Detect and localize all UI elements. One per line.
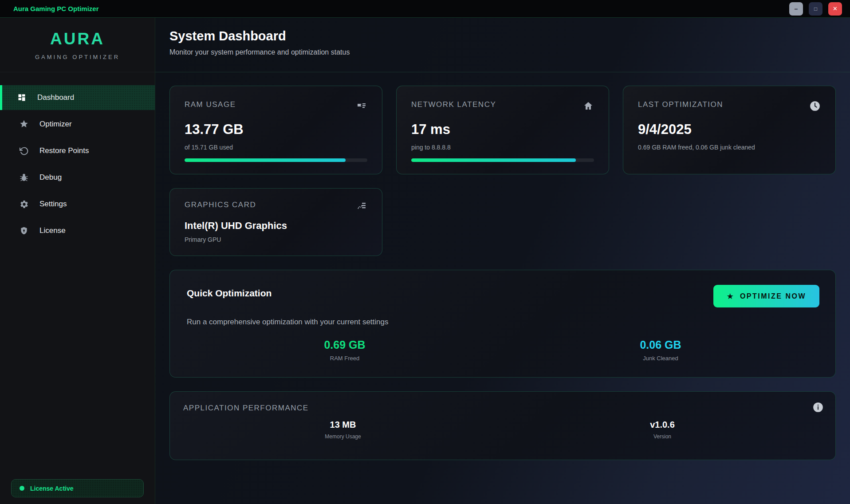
minimize-icon: – [795,6,798,12]
sidebar: AURA GAMING OPTIMIZER Dashboard [0,18,155,504]
card-title: NETWORK LATENCY [411,100,496,109]
memory-usage-value: 13 MB [183,420,503,430]
ram-freed-stat: 0.69 GB RAM Freed [187,339,503,362]
close-icon: ✕ [833,6,838,12]
version-label: Version [503,433,822,440]
graphics-card-subtitle: Primary GPU [185,236,367,243]
card-title: LAST OPTIMIZATION [638,100,723,109]
network-latency-card: NETWORK LATENCY 17 ms ping to 8.8.8.8 [396,86,609,174]
page-subtitle: Monitor your system performance and opti… [169,48,836,56]
dashboard-content: RAM USAGE 13.77 GB of 1 [155,72,850,504]
titlebar: Aura Gaming PC Optimizer – □ ✕ [0,0,850,18]
sidebar-item-label: Debug [39,173,62,182]
ram-progress-track [185,158,367,162]
maximize-button[interactable]: □ [809,2,822,16]
card-title: RAM USAGE [185,100,236,109]
license-status-badge: License Active [11,479,144,497]
version-stat: v1.0.6 Version [503,420,822,440]
minimize-button[interactable]: – [789,2,803,16]
optimize-now-label: OPTIMIZE NOW [740,292,806,300]
ram-freed-label: RAM Freed [187,355,503,362]
sidebar-item-settings[interactable]: Settings [0,192,155,217]
gear-icon [19,199,29,209]
page-title: System Dashboard [169,29,836,43]
home-icon [582,100,594,112]
ram-freed-value: 0.69 GB [187,339,503,351]
logo-block: AURA GAMING OPTIMIZER [0,18,155,72]
star-icon: ★ [727,291,734,301]
page-header: System Dashboard Monitor your system per… [155,18,850,72]
ram-usage-value: 13.77 GB [185,122,367,138]
memory-usage-label: Memory Usage [183,433,503,440]
quick-optimization-stats: 0.69 GB RAM Freed 0.06 GB Junk Cleaned [187,339,819,362]
junk-cleaned-value: 0.06 GB [503,339,819,351]
last-optimization-subtitle: 0.69 GB RAM freed, 0.06 GB junk cleaned [638,144,821,151]
gpu-card-row: GRAPHICS CARD Intel(R) UHD Graphics [169,188,836,256]
last-optimization-card: LAST OPTIMIZATION 9/4/2025 0.69 GB RAM f… [623,86,836,174]
memory-usage-stat: 13 MB Memory Usage [183,420,503,440]
sidebar-item-label: Restore Points [39,146,89,155]
performance-chart-icon [356,201,367,212]
shield-lock-icon [19,226,29,236]
sidebar-item-optimizer[interactable]: Optimizer [0,112,155,137]
license-active-dot [20,486,24,491]
sidebar-nav: Dashboard Optimizer [0,85,155,245]
dashboard-grid-icon [17,93,27,102]
memory-icon [356,100,367,112]
optimize-now-button[interactable]: ★ OPTIMIZE NOW [713,285,819,307]
card-title: GRAPHICS CARD [185,201,256,209]
sidebar-item-label: Optimizer [39,120,72,129]
quick-optimization-description: Run a comprehensive optimization with yo… [187,318,819,327]
stat-cards-row: RAM USAGE 13.77 GB of 1 [169,86,836,174]
ram-progress-fill [185,158,346,162]
network-progress-fill [411,158,576,162]
network-latency-value: 17 ms [411,122,594,138]
close-button[interactable]: ✕ [828,2,842,16]
sidebar-item-label: Settings [39,200,67,209]
last-optimization-value: 9/4/2025 [638,122,821,138]
quick-optimization-panel: Quick Optimization ★ OPTIMIZE NOW Run a … [169,270,836,378]
graphics-card-value: Intel(R) UHD Graphics [185,220,367,232]
star-icon [19,119,29,129]
ram-usage-card: RAM USAGE 13.77 GB of 1 [169,86,382,174]
sidebar-item-license[interactable]: License [0,218,155,243]
junk-cleaned-label: Junk Cleaned [503,355,819,362]
maximize-icon: □ [814,6,817,12]
main-area: System Dashboard Monitor your system per… [155,18,850,504]
application-performance-panel: APPLICATION PERFORMANCE 13 MB Memory Usa… [169,391,836,460]
graphics-card-card: GRAPHICS CARD Intel(R) UHD Graphics [169,188,382,256]
info-icon [812,402,824,413]
window-body: AURA GAMING OPTIMIZER Dashboard [0,18,850,504]
network-latency-subtitle: ping to 8.8.8.8 [411,144,594,151]
network-progress-track [411,158,594,162]
app-window: Aura Gaming PC Optimizer – □ ✕ AURA GAMI… [0,0,850,504]
clock-icon [809,100,821,112]
version-value: v1.0.6 [503,420,822,430]
sidebar-item-debug[interactable]: Debug [0,165,155,190]
application-performance-stats: 13 MB Memory Usage v1.0.6 Version [183,420,822,440]
app-logo: AURA [50,30,105,48]
junk-cleaned-stat: 0.06 GB Junk Cleaned [503,339,819,362]
sidebar-item-label: Dashboard [37,93,74,102]
restore-arrow-icon [19,146,29,156]
license-status-text: License Active [30,485,74,492]
ram-usage-subtitle: of 15.71 GB used [185,144,367,151]
sidebar-item-label: License [39,226,66,235]
app-title: Aura Gaming PC Optimizer [13,5,99,12]
bug-icon [19,173,29,182]
app-tagline: GAMING OPTIMIZER [35,54,120,60]
window-controls: – □ ✕ [789,2,842,16]
sidebar-item-restore-points[interactable]: Restore Points [0,138,155,163]
sidebar-item-dashboard[interactable]: Dashboard [0,85,155,110]
application-performance-title: APPLICATION PERFORMANCE [183,404,822,413]
